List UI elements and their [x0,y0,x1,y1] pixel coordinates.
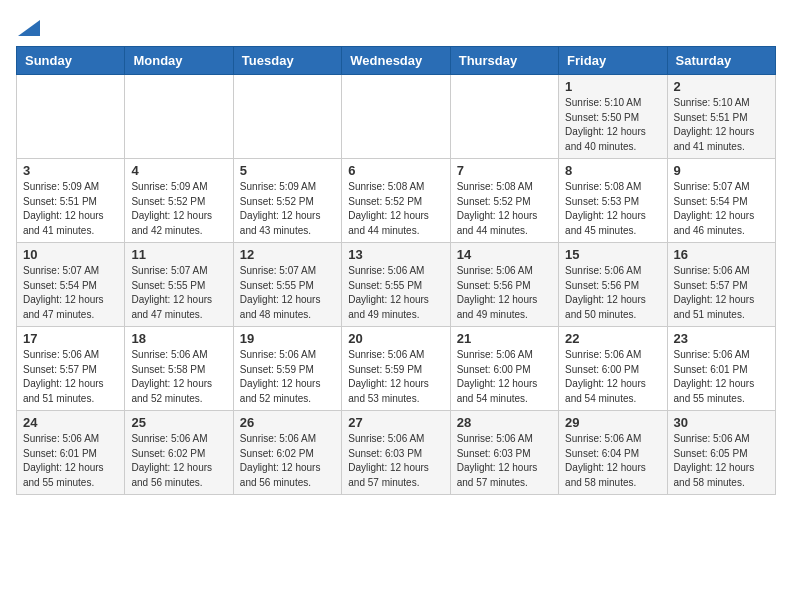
weekday-header-saturday: Saturday [667,47,775,75]
day-number: 17 [23,331,118,346]
day-number: 29 [565,415,660,430]
calendar-cell: 14Sunrise: 5:06 AMSunset: 5:56 PMDayligh… [450,243,558,327]
day-info: Sunrise: 5:06 AMSunset: 5:57 PMDaylight:… [23,348,118,406]
day-number: 11 [131,247,226,262]
day-info: Sunrise: 5:06 AMSunset: 6:00 PMDaylight:… [457,348,552,406]
logo-icon [18,20,40,36]
day-info: Sunrise: 5:07 AMSunset: 5:55 PMDaylight:… [131,264,226,322]
calendar-cell: 25Sunrise: 5:06 AMSunset: 6:02 PMDayligh… [125,411,233,495]
day-info: Sunrise: 5:08 AMSunset: 5:52 PMDaylight:… [348,180,443,238]
day-info: Sunrise: 5:06 AMSunset: 6:00 PMDaylight:… [565,348,660,406]
day-info: Sunrise: 5:06 AMSunset: 6:05 PMDaylight:… [674,432,769,490]
day-info: Sunrise: 5:08 AMSunset: 5:53 PMDaylight:… [565,180,660,238]
calendar-cell [450,75,558,159]
day-number: 24 [23,415,118,430]
day-number: 6 [348,163,443,178]
calendar-week-4: 24Sunrise: 5:06 AMSunset: 6:01 PMDayligh… [17,411,776,495]
day-info: Sunrise: 5:06 AMSunset: 6:03 PMDaylight:… [457,432,552,490]
calendar-cell: 3Sunrise: 5:09 AMSunset: 5:51 PMDaylight… [17,159,125,243]
weekday-header-friday: Friday [559,47,667,75]
day-info: Sunrise: 5:06 AMSunset: 5:56 PMDaylight:… [565,264,660,322]
day-number: 5 [240,163,335,178]
day-info: Sunrise: 5:06 AMSunset: 5:59 PMDaylight:… [348,348,443,406]
calendar-cell: 11Sunrise: 5:07 AMSunset: 5:55 PMDayligh… [125,243,233,327]
calendar-cell [233,75,341,159]
day-number: 10 [23,247,118,262]
calendar-cell: 19Sunrise: 5:06 AMSunset: 5:59 PMDayligh… [233,327,341,411]
day-info: Sunrise: 5:10 AMSunset: 5:51 PMDaylight:… [674,96,769,154]
calendar-cell: 6Sunrise: 5:08 AMSunset: 5:52 PMDaylight… [342,159,450,243]
day-number: 9 [674,163,769,178]
day-number: 18 [131,331,226,346]
day-info: Sunrise: 5:06 AMSunset: 6:01 PMDaylight:… [674,348,769,406]
calendar-cell: 24Sunrise: 5:06 AMSunset: 6:01 PMDayligh… [17,411,125,495]
day-number: 23 [674,331,769,346]
day-number: 19 [240,331,335,346]
day-info: Sunrise: 5:06 AMSunset: 5:58 PMDaylight:… [131,348,226,406]
logo-text [16,16,40,38]
calendar-cell: 1Sunrise: 5:10 AMSunset: 5:50 PMDaylight… [559,75,667,159]
calendar-cell: 16Sunrise: 5:06 AMSunset: 5:57 PMDayligh… [667,243,775,327]
calendar-cell: 8Sunrise: 5:08 AMSunset: 5:53 PMDaylight… [559,159,667,243]
day-info: Sunrise: 5:09 AMSunset: 5:51 PMDaylight:… [23,180,118,238]
calendar-cell: 20Sunrise: 5:06 AMSunset: 5:59 PMDayligh… [342,327,450,411]
day-number: 12 [240,247,335,262]
day-info: Sunrise: 5:09 AMSunset: 5:52 PMDaylight:… [131,180,226,238]
calendar-cell: 21Sunrise: 5:06 AMSunset: 6:00 PMDayligh… [450,327,558,411]
day-number: 7 [457,163,552,178]
day-info: Sunrise: 5:06 AMSunset: 5:59 PMDaylight:… [240,348,335,406]
day-number: 8 [565,163,660,178]
calendar-cell: 10Sunrise: 5:07 AMSunset: 5:54 PMDayligh… [17,243,125,327]
calendar-cell: 12Sunrise: 5:07 AMSunset: 5:55 PMDayligh… [233,243,341,327]
calendar-cell: 17Sunrise: 5:06 AMSunset: 5:57 PMDayligh… [17,327,125,411]
day-number: 14 [457,247,552,262]
calendar-cell: 4Sunrise: 5:09 AMSunset: 5:52 PMDaylight… [125,159,233,243]
svg-marker-0 [18,20,40,36]
calendar-cell: 2Sunrise: 5:10 AMSunset: 5:51 PMDaylight… [667,75,775,159]
day-info: Sunrise: 5:09 AMSunset: 5:52 PMDaylight:… [240,180,335,238]
calendar-cell: 29Sunrise: 5:06 AMSunset: 6:04 PMDayligh… [559,411,667,495]
day-number: 21 [457,331,552,346]
weekday-header-wednesday: Wednesday [342,47,450,75]
day-info: Sunrise: 5:07 AMSunset: 5:54 PMDaylight:… [674,180,769,238]
calendar-cell [125,75,233,159]
calendar-cell: 23Sunrise: 5:06 AMSunset: 6:01 PMDayligh… [667,327,775,411]
day-info: Sunrise: 5:06 AMSunset: 6:02 PMDaylight:… [131,432,226,490]
day-number: 25 [131,415,226,430]
calendar-table: SundayMondayTuesdayWednesdayThursdayFrid… [16,46,776,495]
day-number: 26 [240,415,335,430]
calendar-cell: 27Sunrise: 5:06 AMSunset: 6:03 PMDayligh… [342,411,450,495]
weekday-header-sunday: Sunday [17,47,125,75]
day-number: 22 [565,331,660,346]
weekday-header-thursday: Thursday [450,47,558,75]
day-number: 20 [348,331,443,346]
calendar-cell: 5Sunrise: 5:09 AMSunset: 5:52 PMDaylight… [233,159,341,243]
calendar-week-3: 17Sunrise: 5:06 AMSunset: 5:57 PMDayligh… [17,327,776,411]
calendar-header: SundayMondayTuesdayWednesdayThursdayFrid… [17,47,776,75]
calendar-cell: 9Sunrise: 5:07 AMSunset: 5:54 PMDaylight… [667,159,775,243]
day-number: 3 [23,163,118,178]
calendar-week-0: 1Sunrise: 5:10 AMSunset: 5:50 PMDaylight… [17,75,776,159]
day-info: Sunrise: 5:06 AMSunset: 5:57 PMDaylight:… [674,264,769,322]
page-header [16,16,776,36]
day-number: 28 [457,415,552,430]
day-info: Sunrise: 5:06 AMSunset: 5:56 PMDaylight:… [457,264,552,322]
day-info: Sunrise: 5:06 AMSunset: 6:01 PMDaylight:… [23,432,118,490]
calendar-cell: 28Sunrise: 5:06 AMSunset: 6:03 PMDayligh… [450,411,558,495]
day-number: 4 [131,163,226,178]
calendar-week-2: 10Sunrise: 5:07 AMSunset: 5:54 PMDayligh… [17,243,776,327]
calendar-cell: 18Sunrise: 5:06 AMSunset: 5:58 PMDayligh… [125,327,233,411]
weekday-header-row: SundayMondayTuesdayWednesdayThursdayFrid… [17,47,776,75]
day-number: 15 [565,247,660,262]
day-number: 2 [674,79,769,94]
logo [16,16,40,36]
calendar-cell: 15Sunrise: 5:06 AMSunset: 5:56 PMDayligh… [559,243,667,327]
day-info: Sunrise: 5:06 AMSunset: 6:04 PMDaylight:… [565,432,660,490]
calendar-cell: 30Sunrise: 5:06 AMSunset: 6:05 PMDayligh… [667,411,775,495]
day-number: 27 [348,415,443,430]
day-number: 13 [348,247,443,262]
day-info: Sunrise: 5:08 AMSunset: 5:52 PMDaylight:… [457,180,552,238]
day-info: Sunrise: 5:10 AMSunset: 5:50 PMDaylight:… [565,96,660,154]
calendar-cell: 22Sunrise: 5:06 AMSunset: 6:00 PMDayligh… [559,327,667,411]
day-number: 16 [674,247,769,262]
